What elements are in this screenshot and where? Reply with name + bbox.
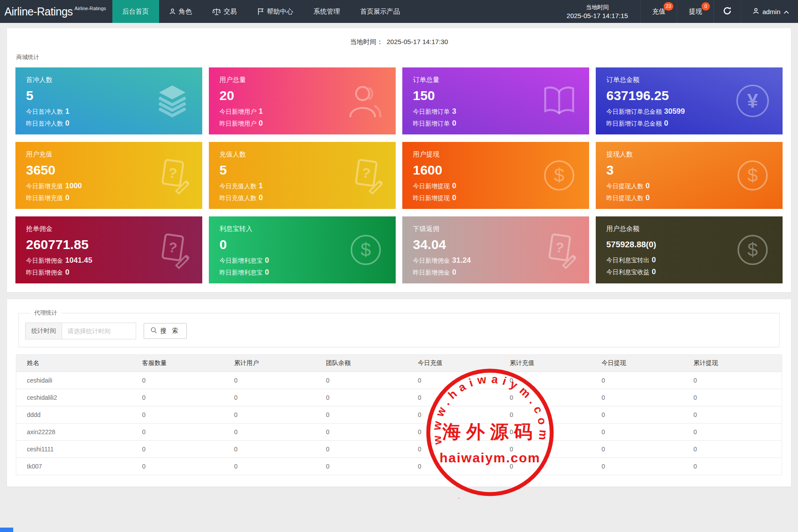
layers-icon	[153, 82, 192, 120]
recharge-label: 充值	[652, 7, 665, 16]
card-yesterday-label: 今日利息宝收益	[606, 268, 650, 275]
card-yesterday-value: 0	[65, 119, 69, 127]
table-cell: 0	[139, 441, 231, 458]
table-cell: 0	[598, 424, 690, 441]
stat-card: 订单总量 150 今日新增订单3 昨日新增订单0	[402, 67, 589, 134]
card-yesterday-label: 昨日充值人数	[219, 194, 256, 201]
card-today-label: 今日新增佣金	[26, 257, 63, 264]
top-navbar: Airline-Ratings Airline-Ratings 后台首页 角色 …	[0, 0, 798, 23]
menu-item-help-center[interactable]: 帮助中心	[247, 0, 304, 23]
doc-icon: ?	[540, 231, 579, 269]
card-yesterday-line: 昨日新增利息宝0	[219, 268, 385, 277]
card-yesterday-label: 昨日首冲人数	[26, 120, 63, 127]
doc-icon: ?	[153, 231, 192, 269]
table-cell: 0	[139, 372, 231, 389]
recharge-button[interactable]: 充值 23	[640, 0, 677, 23]
card-today-value: 1	[259, 107, 263, 115]
card-today-value: 0	[265, 256, 269, 264]
card-yesterday-label: 昨日新增充值	[26, 194, 63, 201]
card-yesterday-line: 昨日首冲人数0	[26, 119, 192, 128]
table-cell: 0	[598, 458, 690, 475]
table-cell: 0	[139, 406, 231, 424]
brand-superscript: Airline-Ratings	[74, 6, 106, 11]
svg-text:$: $	[360, 239, 371, 260]
card-yesterday-label: 昨日提现人数	[606, 194, 643, 201]
stat-card: 用户总余额 575928.88(0) 今日利息宝转出0 今日利息宝收益0 $	[596, 216, 783, 283]
recharge-badge: 23	[664, 2, 673, 11]
table-header-cell: 姓名	[16, 355, 139, 372]
agent-table-head: 姓名客服数量累计用户团队余额今日充值累计充值今日提现累计提现	[16, 355, 782, 372]
menu-item-label: 交易	[224, 7, 237, 16]
table-cell: 0	[139, 458, 231, 475]
stat-card: 用户总量 20 今日新增用户1 昨日新增用户0	[209, 67, 396, 134]
card-yesterday-line: 昨日提现人数0	[606, 193, 772, 202]
stat-card: 抢单佣金 260771.85 今日新增佣金1041.45 昨日新增佣金0 ?	[15, 216, 202, 283]
menu-item-home[interactable]: 后台首页	[112, 0, 159, 23]
card-today-label: 今日新增订单总金额	[606, 108, 662, 115]
refresh-button[interactable]	[713, 0, 741, 23]
card-yesterday-label: 昨日新增利息宝	[219, 269, 263, 276]
dollar-icon: $	[346, 231, 385, 269]
table-cell: 0	[139, 424, 231, 441]
menu-item-showcase[interactable]: 首页展示产品	[350, 0, 410, 23]
table-cell: 0	[323, 424, 415, 441]
flag-icon	[257, 8, 264, 15]
table-row: ceshi11110000000	[16, 441, 782, 458]
menu-item-label: 首页展示产品	[360, 7, 400, 16]
table-header-cell: 累计充值	[506, 355, 598, 372]
brand-name: Airline-Ratings	[4, 5, 73, 18]
card-yesterday-line: 昨日新增订单0	[413, 119, 579, 128]
withdraw-label: 提现	[689, 7, 702, 16]
doc-icon: ?	[153, 156, 192, 195]
stat-card: 充值人数 5 今日充值人数1 昨日充值人数0 ?	[209, 142, 396, 209]
card-yesterday-value: 0	[452, 119, 456, 127]
table-cell: 0	[598, 406, 690, 424]
user-menu[interactable]: admin	[741, 0, 798, 23]
card-yesterday-label: 昨日新增订单总金额	[606, 120, 662, 127]
table-cell: ceshi1111	[16, 441, 139, 458]
table-row: tk0070000000	[16, 458, 782, 475]
stat-time-input[interactable]	[62, 323, 136, 339]
stamp-arc-bottom-text: haiwaiym.com	[454, 497, 525, 499]
table-cell: 0	[690, 389, 782, 406]
user-icon	[346, 82, 385, 120]
card-today-value: 0	[652, 256, 656, 264]
menu-item-roles[interactable]: 角色	[159, 0, 202, 23]
svg-text:?: ?	[167, 164, 178, 181]
card-yesterday-value: 0	[452, 193, 456, 202]
bottom-left-blue-artifact	[0, 528, 13, 532]
user-icon	[753, 7, 759, 16]
table-cell: tk007	[16, 458, 139, 475]
card-today-value: 1041.45	[65, 256, 92, 264]
card-today-label: 今日新增订单	[413, 108, 450, 115]
card-yesterday-label: 昨日新增订单	[413, 120, 450, 127]
withdraw-button[interactable]: 提现 0	[677, 0, 713, 23]
local-time-label: 当地时间	[567, 3, 628, 11]
page-local-time: 当地时间： 2025-05-17 14:17:30	[15, 34, 783, 48]
table-cell: 0	[139, 389, 231, 406]
menu-item-trade[interactable]: 交易	[202, 0, 247, 23]
card-yesterday-line: 昨日新增提现0	[413, 193, 579, 202]
search-button-label: 搜 索	[160, 327, 180, 335]
card-today-value: 31.24	[452, 256, 471, 264]
table-header-cell: 团队余额	[323, 355, 415, 372]
table-header-cell: 累计提现	[690, 355, 782, 372]
table-header-cell: 今日充值	[414, 355, 506, 372]
page-local-time-value: 2025-05-17 14:17:30	[387, 38, 448, 45]
table-cell: 0	[230, 458, 323, 475]
table-cell: 0	[323, 441, 415, 458]
menu-item-system[interactable]: 系统管理	[304, 0, 350, 23]
table-cell: 0	[414, 389, 506, 406]
card-today-value: 0	[646, 182, 650, 190]
menu-item-label: 后台首页	[122, 7, 149, 16]
local-time-value: 2025-05-17 14:17:15	[567, 11, 628, 20]
search-button[interactable]: 搜 索	[144, 323, 187, 339]
stat-card: 首冲人数 5 今日首冲人数1 昨日首冲人数0	[15, 67, 202, 134]
main-menu: 后台首页 角色 交易 帮助中心 系统管理 首页展示产品	[112, 0, 410, 23]
agent-stats-panel: 代理统计 统计时间 搜 索 姓名客服数量累计用户团队余额今日充值累计充值今日提现…	[7, 299, 791, 487]
menu-item-label: 帮助中心	[267, 7, 293, 16]
section-title-mall-stats: 商城统计	[16, 53, 782, 61]
card-yesterday-value: 0	[259, 119, 263, 127]
person-icon	[169, 8, 176, 15]
table-cell: 0	[690, 372, 782, 389]
